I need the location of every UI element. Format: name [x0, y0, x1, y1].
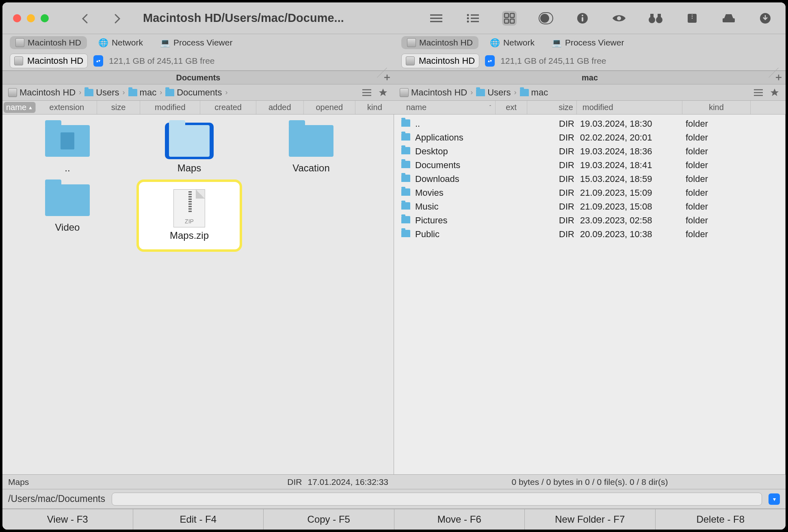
file-row[interactable]: Downloads DIR 15.03.2024, 18:59 folder	[394, 172, 785, 186]
panel-label-left[interactable]: Documents	[2, 71, 394, 84]
move-button[interactable]: Move - F6	[394, 509, 525, 530]
loc-tab-label: Process Viewer	[565, 38, 624, 48]
col-added[interactable]: added	[256, 101, 304, 114]
titlebar: Macintosh HD/Users/mac/Docume...	[2, 2, 786, 34]
loc-tab-hd[interactable]: Macintosh HD	[401, 36, 478, 49]
icon-item-video[interactable]: Video	[15, 182, 120, 252]
delete-button[interactable]: Delete - F8	[656, 509, 786, 530]
bc-star-icon[interactable]	[378, 87, 388, 98]
col-kind[interactable]: kind	[682, 101, 751, 114]
view-button[interactable]: View - F3	[2, 509, 133, 530]
col-name[interactable]: nameˆ	[394, 101, 496, 114]
folder-icon	[401, 188, 412, 198]
folder-icon	[401, 119, 412, 129]
bc-seg[interactable]: Users	[476, 87, 511, 98]
col-size[interactable]: size	[97, 101, 140, 114]
view-grid-icon[interactable]	[502, 11, 517, 26]
file-row[interactable]: Music DIR 21.09.2023, 15:08 folder	[394, 200, 785, 214]
file-modified: 19.03.2024, 18:36	[574, 146, 680, 157]
pane-right[interactable]: .. DIR 19.03.2024, 18:30 folder Applicat…	[394, 115, 786, 474]
zoom-button[interactable]	[41, 14, 49, 22]
loc-tab-process[interactable]: 💻Process Viewer	[546, 36, 630, 49]
col-size[interactable]: size	[527, 101, 577, 114]
minimize-button[interactable]	[27, 14, 35, 22]
binoculars-icon[interactable]	[648, 11, 663, 26]
file-size: DIR	[525, 188, 574, 198]
view-list-icon[interactable]	[465, 11, 480, 26]
col-ext[interactable]: ext	[496, 101, 527, 114]
icon-label: Vacation	[292, 162, 330, 174]
title-path: Macintosh HD/Users/mac/Docume...	[143, 11, 344, 25]
command-input[interactable]	[112, 493, 762, 506]
icon-label: ..	[65, 162, 70, 174]
bc-seg[interactable]: Macintosh HD	[400, 87, 467, 98]
folder-icon	[401, 201, 412, 212]
edit-button[interactable]: Edit - F4	[133, 509, 264, 530]
bc-list-icon[interactable]	[362, 87, 372, 98]
volume-stepper[interactable]: ▴▾	[93, 55, 103, 67]
folder-icon	[45, 125, 90, 157]
file-row[interactable]: Applications DIR 02.02.2024, 20:01 folde…	[394, 131, 785, 145]
copy-button[interactable]: Copy - F5	[264, 509, 394, 530]
forward-button[interactable]	[114, 13, 123, 23]
compress-icon[interactable]	[685, 11, 699, 26]
volume-dropdown[interactable]: Macintosh HD	[10, 54, 88, 68]
col-extension[interactable]: extension	[37, 101, 97, 114]
bc-seg[interactable]: Documents	[165, 87, 222, 98]
volume-name: Macintosh HD	[27, 56, 83, 66]
icon-item-maps[interactable]: Maps	[136, 123, 242, 174]
file-kind: folder	[680, 132, 729, 143]
bc-list-icon[interactable]	[753, 87, 764, 98]
svg-rect-9	[582, 17, 583, 22]
info-icon[interactable]	[575, 11, 590, 26]
panel-label-right[interactable]: mac	[394, 71, 786, 84]
volume-dropdown[interactable]: Macintosh HD	[401, 54, 479, 68]
icon-item-maps-zip[interactable]: Maps.zip	[136, 179, 242, 252]
theme-toggle-icon[interactable]	[539, 11, 553, 26]
disk-icon	[14, 56, 23, 65]
loc-tab-network[interactable]: 🌐Network	[93, 36, 149, 49]
svg-rect-4	[510, 13, 514, 17]
file-row[interactable]: Documents DIR 19.03.2024, 18:41 folder	[394, 158, 785, 172]
file-row[interactable]: Movies DIR 21.09.2023, 15:09 folder	[394, 186, 785, 200]
new-folder-button[interactable]: New Folder - F7	[525, 509, 656, 530]
file-name: Documents	[412, 160, 493, 171]
col-opened[interactable]: opened	[304, 101, 355, 114]
close-button[interactable]	[13, 14, 21, 22]
bc-seg[interactable]: mac	[128, 87, 157, 98]
pane-left[interactable]: .. Maps Vacation Video Maps.zip	[2, 115, 394, 474]
col-modified[interactable]: modified	[140, 101, 200, 114]
bc-seg[interactable]: Users	[84, 87, 119, 98]
download-icon[interactable]	[758, 11, 773, 26]
file-modified: 19.03.2024, 18:30	[574, 119, 680, 129]
svg-point-0	[467, 14, 469, 16]
view-horizontal-icon[interactable]	[429, 11, 444, 26]
folder-icon	[128, 89, 137, 96]
command-dropdown[interactable]: ▾	[769, 493, 780, 505]
bc-star-icon[interactable]	[769, 87, 780, 98]
back-button[interactable]	[81, 13, 91, 23]
file-row[interactable]: .. DIR 19.03.2024, 18:30 folder	[394, 117, 785, 131]
col-created[interactable]: created	[200, 101, 256, 114]
icon-item-up[interactable]: ..	[15, 123, 120, 174]
file-row[interactable]: Public DIR 20.09.2023, 10:38 folder	[394, 227, 785, 241]
bc-seg[interactable]: Macintosh HD	[8, 87, 76, 98]
disk-icon	[8, 88, 17, 97]
status-date: 17.01.2024, 16:32:33	[307, 477, 388, 487]
loc-tab-network[interactable]: 🌐Network	[484, 36, 540, 49]
file-row[interactable]: Desktop DIR 19.03.2024, 18:36 folder	[394, 145, 785, 158]
volume-stepper[interactable]: ▴▾	[485, 55, 495, 67]
loc-tab-process[interactable]: 💻Process Viewer	[154, 36, 238, 49]
file-row[interactable]: Pictures DIR 23.09.2023, 02:58 folder	[394, 214, 785, 227]
col-kind[interactable]: kind	[355, 101, 394, 114]
bc-seg[interactable]: mac	[520, 87, 548, 98]
col-name[interactable]: name▲	[4, 102, 36, 113]
icon-item-vacation[interactable]: Vacation	[258, 123, 364, 174]
volume-right: Macintosh HD ▴▾ 121,1 GB of 245,11 GB fr…	[394, 51, 786, 70]
body: .. Maps Vacation Video Maps.zip	[2, 115, 786, 474]
loc-tab-hd[interactable]: Macintosh HD	[10, 36, 87, 49]
drive-icon[interactable]	[721, 11, 736, 26]
quicklook-icon[interactable]	[612, 11, 626, 26]
col-modified[interactable]: modified	[577, 101, 682, 114]
globe-icon: 🌐	[490, 38, 500, 48]
